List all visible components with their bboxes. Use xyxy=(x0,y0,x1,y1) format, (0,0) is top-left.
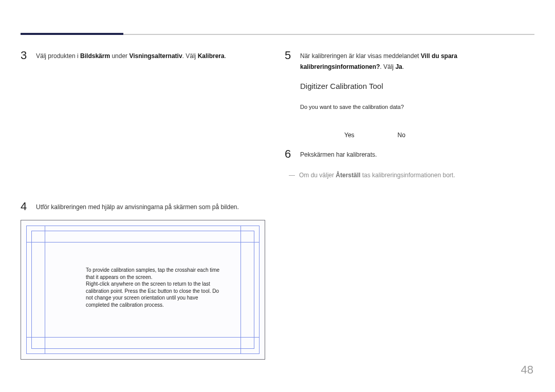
step-3: 3 Välj produkten i Bildskärm under Visni… xyxy=(21,49,267,62)
step-number: 4 xyxy=(21,200,36,213)
reset-note: ― Om du väljer Återställ tas kalibrering… xyxy=(285,171,534,180)
step-6: 6 Pekskärmen har kalibrerats. xyxy=(285,148,534,160)
right-column: 5 När kalibreringen är klar visas meddel… xyxy=(285,49,534,180)
step-text: Pekskärmen har kalibrerats. xyxy=(300,148,377,160)
dialog-buttons: Yes No xyxy=(300,132,534,139)
dialog-message: Do you want to save the calibration data… xyxy=(300,104,534,110)
t: tas kalibreringsinformationen bort. xyxy=(360,172,455,179)
t: Kalibrera xyxy=(198,52,225,60)
t: . Välj xyxy=(182,52,198,60)
yes-button[interactable]: Yes xyxy=(344,132,355,139)
left-column: 3 Välj produkten i Bildskärm under Visni… xyxy=(21,49,267,360)
step-text: Välj produkten i Bildskärm under Visning… xyxy=(36,49,226,62)
step-text: Utför kalibreringen med hjälp av anvisni… xyxy=(36,200,239,213)
calibration-instructions: To provide calibration samples, tap the … xyxy=(86,267,223,308)
step-5: 5 När kalibreringen är klar visas meddel… xyxy=(285,49,534,72)
no-button[interactable]: No xyxy=(398,132,405,139)
t: . xyxy=(402,63,404,70)
save-dialog: Digitizer Calibration Tool Do you want t… xyxy=(300,82,534,139)
top-accent-bar xyxy=(21,33,123,35)
step-text: När kalibreringen är klar visas meddelan… xyxy=(300,49,534,72)
dialog-title: Digitizer Calibration Tool xyxy=(300,82,534,90)
page: 3 Välj produkten i Bildskärm under Visni… xyxy=(0,0,555,392)
t: När kalibreringen är klar visas meddelan… xyxy=(300,52,421,60)
step-number: 3 xyxy=(21,49,36,62)
note-text: Om du väljer Återställ tas kalibreringsi… xyxy=(299,171,455,180)
step-number: 5 xyxy=(285,49,300,62)
note-dash: ― xyxy=(285,171,299,180)
t: . Välj xyxy=(380,63,395,70)
t: Återställ xyxy=(336,172,360,179)
page-number: 48 xyxy=(521,363,533,377)
step-4: 4 Utför kalibreringen med hjälp av anvis… xyxy=(21,200,267,213)
calibration-screenshot: To provide calibration samples, tap the … xyxy=(21,220,265,360)
t: . xyxy=(225,52,226,60)
t: Välj produkten i xyxy=(36,52,80,60)
t: under xyxy=(110,52,129,60)
t: Om du väljer xyxy=(299,172,336,179)
t: Visningsalternativ xyxy=(129,52,182,60)
t: Bildskärm xyxy=(80,52,110,60)
step-number: 6 xyxy=(285,148,300,160)
t: Ja xyxy=(395,63,402,70)
